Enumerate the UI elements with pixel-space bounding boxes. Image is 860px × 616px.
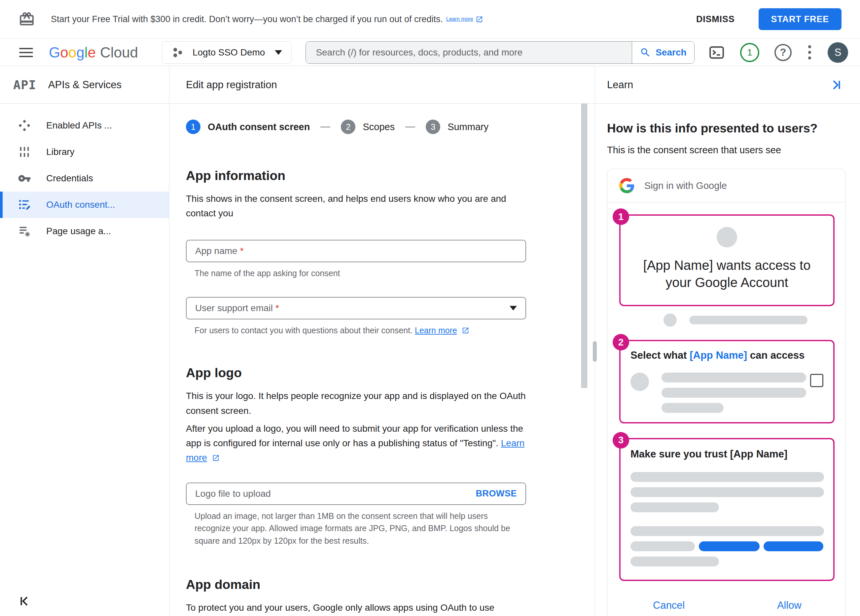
search-button-label: Search <box>656 47 686 58</box>
stepper-step-summary[interactable]: 3 Summary <box>426 119 488 134</box>
preview-step1-title: [App Name] wants access to your Google A… <box>634 257 820 291</box>
placeholder-bar <box>631 541 695 551</box>
chevron-down-icon <box>275 50 282 55</box>
enabled-apis-icon <box>18 119 31 132</box>
page-title: Edit app registration <box>169 66 595 104</box>
stepper-separator <box>405 127 415 127</box>
mock-allow-button: Allow <box>777 599 802 611</box>
start-free-button[interactable]: START FREE <box>759 8 842 30</box>
consent-preview-body: 1 [App Name] wants access to your Google… <box>607 203 845 616</box>
sidebar-item-label: Enabled APIs ... <box>46 120 112 131</box>
oauth-consent-icon <box>18 198 31 211</box>
step-label: Scopes <box>363 121 395 132</box>
more-options-icon[interactable] <box>807 44 813 61</box>
project-selector[interactable]: Logto SSO Demo <box>162 41 292 64</box>
app-logo-description-2: After you upload a logo, you will need t… <box>186 421 529 465</box>
app-logo-description-1: This is your logo. It helps people recog… <box>186 389 529 418</box>
stepper-step-scopes[interactable]: 2 Scopes <box>341 119 395 134</box>
user-support-email-helper: For users to contact you with questions … <box>195 324 521 337</box>
preview-step2-title: Select what [App Name] can access <box>631 349 823 362</box>
preview-step1-box: 1 [App Name] wants access to your Google… <box>619 214 835 306</box>
hamburger-menu-icon[interactable] <box>19 48 33 57</box>
user-support-email-select[interactable]: User support email * <box>186 297 526 319</box>
mock-trust-bars <box>631 472 823 566</box>
step-label: Summary <box>447 121 488 132</box>
title-text: Select what <box>631 349 690 361</box>
logo-upload-field[interactable]: Logo file to upload BROWSE <box>186 482 526 505</box>
sidebar: API APIs & Services Enabled APIs ... Lib… <box>0 66 169 616</box>
logo-letter: o <box>60 44 68 61</box>
email-learn-more-link[interactable]: Learn more <box>415 326 457 335</box>
logo-letter: g <box>76 44 84 61</box>
external-link-icon <box>212 454 220 462</box>
learn-heading: How is this info presented to users? <box>607 121 847 135</box>
google-cloud-logo[interactable]: Google Cloud <box>49 44 138 61</box>
step-number: 2 <box>341 119 355 134</box>
search-button[interactable]: Search <box>632 42 694 63</box>
logo-letter: o <box>68 44 76 61</box>
search-input[interactable]: Search (/) for resources, docs, products… <box>306 42 632 63</box>
key-icon <box>18 172 31 185</box>
mock-email-placeholder-bar <box>689 316 808 324</box>
app-domain-description: To protect you and your users, Google on… <box>186 600 529 616</box>
gift-icon <box>19 11 35 27</box>
collapse-learn-panel-icon[interactable] <box>829 78 843 92</box>
browse-button[interactable]: BROWSE <box>476 489 517 499</box>
sidebar-item-label: Credentials <box>46 173 93 184</box>
mock-link-pill <box>699 541 759 551</box>
signin-header-text: Sign in with Google <box>644 180 727 191</box>
mock-checkbox <box>810 374 823 387</box>
select-caret-icon <box>510 306 517 311</box>
logo-letter: G <box>49 44 60 61</box>
content-area: API APIs & Services Enabled APIs ... Lib… <box>0 66 860 616</box>
search-bar: Search (/) for resources, docs, products… <box>306 41 695 64</box>
cloud-shell-icon[interactable] <box>708 44 725 61</box>
mock-scope-icon <box>631 372 649 391</box>
account-avatar[interactable]: S <box>828 42 848 63</box>
mock-account-row <box>664 313 838 327</box>
external-link-icon <box>462 327 469 334</box>
help-icon[interactable]: ? <box>774 44 792 61</box>
dismiss-button[interactable]: DISMISS <box>696 14 735 24</box>
placeholder-bar <box>631 487 824 497</box>
required-asterisk: * <box>240 246 244 256</box>
sidebar-item-library[interactable]: Library <box>0 139 169 165</box>
app-information-description: This shows in the consent screen, and he… <box>186 192 529 221</box>
sidebar-title: APIs & Services <box>48 79 122 91</box>
step-number: 3 <box>426 119 440 134</box>
app-name-field[interactable]: App name * <box>186 240 526 262</box>
placeholder-bar <box>631 556 719 566</box>
sidebar-item-page-usage[interactable]: Page usage a... <box>0 218 169 244</box>
app-domain-heading: App domain <box>186 577 595 592</box>
top-header: Google Cloud Logto SSO Demo Search (/) f… <box>0 39 860 66</box>
mock-cancel-button: Cancel <box>653 599 685 611</box>
learn-panel: Learn How is this info presented to user… <box>595 66 860 616</box>
sidebar-item-oauth-consent[interactable]: OAuth consent... <box>0 192 169 218</box>
panel-resize-handle[interactable] <box>593 341 597 362</box>
helper-text: For users to contact you with questions … <box>195 326 413 335</box>
title-text: can access <box>747 349 805 361</box>
sidebar-item-label: OAuth consent... <box>46 200 115 210</box>
learn-title: Learn <box>607 79 633 91</box>
sidebar-item-credentials[interactable]: Credentials <box>0 165 169 192</box>
project-hexagons-icon <box>171 46 185 59</box>
step-label: OAuth consent screen <box>208 121 310 132</box>
field-label: Logo file to upload <box>195 489 271 499</box>
app-name-helper: The name of the app asking for consent <box>195 267 521 280</box>
collapse-sidebar-icon[interactable] <box>18 594 32 608</box>
learn-body: How is this info presented to users? Thi… <box>595 104 860 616</box>
sidebar-item-enabled-apis[interactable]: Enabled APIs ... <box>0 112 169 139</box>
annotation-badge-2: 2 <box>613 334 629 350</box>
preview-step3-title: Make sure you trust [App Name] <box>631 448 823 461</box>
banner-learn-more-link[interactable]: Learn more <box>446 16 473 22</box>
project-name: Logto SSO Demo <box>193 47 265 58</box>
stepper-step-oauth-consent[interactable]: 1 OAuth consent screen <box>186 119 310 134</box>
main-body: 1 OAuth consent screen 2 Scopes 3 Summar… <box>169 104 595 616</box>
notifications-badge[interactable]: 1 <box>740 43 759 62</box>
field-label: User support email <box>195 303 273 313</box>
description-text: After you upload a logo, you will need t… <box>186 423 523 448</box>
step-number: 1 <box>186 119 201 134</box>
banner-text: Start your Free Trial with $300 in credi… <box>51 14 443 24</box>
consent-preview-header: Sign in with Google <box>607 169 845 203</box>
logo-letter: l <box>85 44 88 61</box>
